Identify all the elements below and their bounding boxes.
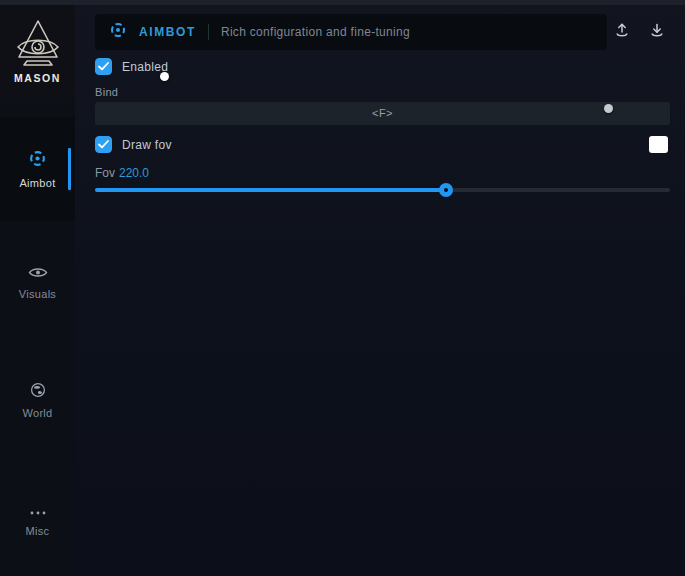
sidebar-item-world[interactable]: World [0, 371, 75, 429]
sidebar: MASON Aimbot Visuals [0, 5, 75, 576]
app-window: MASON Aimbot Visuals [0, 0, 685, 576]
brand-logo-block: MASON [0, 6, 75, 102]
sidebar-item-misc[interactable]: Misc [0, 490, 75, 548]
eye-pyramid-icon [15, 17, 61, 69]
upload-config-button[interactable] [609, 19, 635, 45]
checkmark-icon [98, 140, 109, 149]
bind-input-dot [604, 104, 613, 113]
crosshair-icon [28, 149, 47, 172]
bind-key-input[interactable]: <F> [95, 102, 670, 125]
upload-icon [613, 21, 631, 43]
header-divider [208, 24, 209, 40]
draw-fov-row: Draw fov [95, 136, 172, 153]
sidebar-item-label: Misc [26, 525, 50, 537]
draw-fov-checkbox[interactable] [95, 136, 112, 153]
checkmark-icon [98, 62, 109, 71]
page-subtitle: Rich configuration and fine-tuning [221, 25, 410, 39]
sidebar-item-aimbot[interactable]: Aimbot [0, 117, 75, 221]
fov-label-row: Fov220.0 [95, 166, 149, 180]
mouse-cursor-dot [160, 72, 169, 81]
page-header: AIMBOT Rich configuration and fine-tunin… [95, 14, 607, 50]
sidebar-item-visuals[interactable]: Visuals [0, 253, 75, 311]
fov-slider-fill [95, 188, 446, 192]
fov-label: Fov [95, 166, 115, 180]
bind-label: Bind [95, 86, 118, 98]
fov-value: 220.0 [119, 166, 149, 180]
sidebar-item-label: Aimbot [19, 177, 55, 189]
enabled-row: Enabled [95, 58, 168, 75]
download-icon [648, 21, 666, 43]
sidebar-item-label: Visuals [19, 288, 56, 300]
fov-slider-handle[interactable] [439, 183, 453, 197]
crosshair-icon [109, 21, 127, 43]
globe-icon [30, 382, 46, 402]
main-panel: AIMBOT Rich configuration and fine-tunin… [75, 5, 685, 576]
download-config-button[interactable] [644, 19, 670, 45]
enabled-label: Enabled [122, 60, 168, 74]
active-tab-indicator [68, 148, 71, 190]
sidebar-item-label: World [22, 407, 52, 419]
fov-color-swatch[interactable] [649, 136, 668, 153]
ellipsis-icon [29, 502, 47, 520]
enabled-checkbox[interactable] [95, 58, 112, 75]
draw-fov-label: Draw fov [122, 138, 172, 152]
page-title: AIMBOT [139, 25, 196, 39]
brand-name: MASON [14, 72, 61, 84]
fov-slider[interactable] [95, 188, 670, 192]
eye-icon [28, 265, 48, 283]
